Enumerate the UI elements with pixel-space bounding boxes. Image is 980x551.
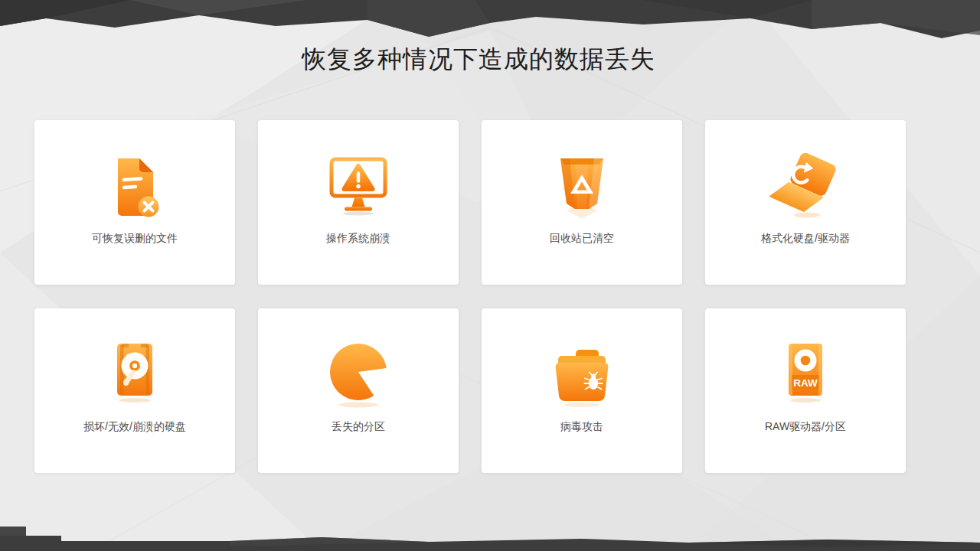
card-label: 损坏/无效/崩溃的硬盘 xyxy=(34,420,235,432)
raw-drive-icon: RAW xyxy=(769,337,842,411)
recycle-bin-icon xyxy=(545,149,619,223)
card-raw-drive[interactable]: RAW RAW驱动器/分区 xyxy=(705,308,906,473)
card-deleted-files[interactable]: 可恢复误删的文件 xyxy=(34,120,235,285)
card-formatted-drive[interactable]: 格式化硬盘/驱动器 xyxy=(705,120,906,285)
card-label: RAW驱动器/分区 xyxy=(705,420,906,432)
card-os-crash[interactable]: 操作系统崩溃 xyxy=(258,120,459,285)
scenario-card-grid: 可恢复误删的文件 操作系统崩溃 xyxy=(34,120,906,473)
os-crash-icon xyxy=(322,149,395,223)
virus-attack-icon xyxy=(545,337,619,411)
card-label: 病毒攻击 xyxy=(482,420,682,432)
deleted-file-icon xyxy=(98,149,172,223)
card-virus-attack[interactable]: 病毒攻击 xyxy=(482,308,682,473)
card-recycle-bin[interactable]: 回收站已清空 xyxy=(482,120,682,285)
formatted-drive-icon xyxy=(769,149,842,223)
card-label: 可恢复误删的文件 xyxy=(34,232,235,244)
lost-partition-icon xyxy=(322,337,395,411)
section-title: 恢复多种情况下造成的数据丢失 xyxy=(0,43,957,77)
card-label: 格式化硬盘/驱动器 xyxy=(705,232,906,244)
card-damaged-disk[interactable]: 损坏/无效/崩溃的硬盘 xyxy=(34,308,235,473)
data-loss-scenarios-section: 恢复多种情况下造成的数据丢失 可恢复误删的文件 xyxy=(0,0,980,551)
card-label: 操作系统崩溃 xyxy=(258,232,459,244)
card-lost-partition[interactable]: 丢失的分区 xyxy=(258,308,459,473)
card-label: 丢失的分区 xyxy=(258,420,459,432)
card-label: 回收站已清空 xyxy=(482,232,682,244)
raw-badge-text: RAW xyxy=(793,377,818,389)
damaged-disk-icon xyxy=(98,337,172,411)
